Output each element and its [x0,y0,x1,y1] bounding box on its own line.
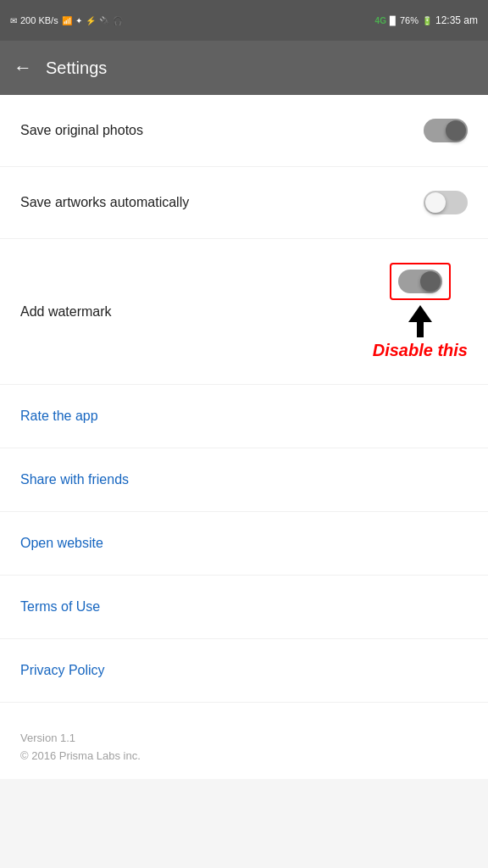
link-terms-of-use[interactable]: Terms of Use [0,576,488,639]
toggle-thumb [425,192,446,213]
setting-row-save-photos: Save original photos [0,95,488,167]
share-friends-label: Share with friends [20,472,129,487]
battery-percent: 76% [400,15,419,25]
privacy-policy-label: Privacy Policy [20,663,105,677]
page-title: Settings [46,58,107,78]
toggle-thumb [420,271,441,292]
watermark-toggle-wrapper: Disable this [373,263,468,360]
status-bar: ✉ 200 KB/s 📶 ✦ ⚡ 🔌 🎧 4G ▉ 76% 🔋 12:35 am [0,0,488,41]
footer: Version 1.1 © 2016 Prisma Labs inc. [0,703,488,779]
back-button[interactable]: ← [14,57,32,79]
status-right: 4G ▉ 76% 🔋 12:35 am [375,14,478,26]
setting-row-watermark: Add watermark Disable this [0,239,488,385]
arrow-shaft [417,322,424,337]
save-photos-toggle[interactable] [424,119,468,142]
arrow-up-icon [408,305,432,322]
watermark-label: Add watermark [20,304,112,320]
link-rate-app[interactable]: Rate the app [0,385,488,448]
headphone-icon: 🎧 [113,16,123,25]
bluetooth-icon: ✦ [75,16,82,25]
version-text: Version 1.1 [20,730,468,748]
terms-of-use-label: Terms of Use [20,599,100,614]
link-share-friends[interactable]: Share with friends [0,448,488,512]
app-bar: ← Settings [0,41,488,95]
save-artworks-toggle[interactable] [424,191,468,214]
data-speed: 200 KB/s [20,15,58,25]
message-icon: ✉ [10,16,17,25]
signal-icon: ▉ [390,16,396,25]
save-artworks-label: Save artworks automatically [20,195,189,210]
status-left: ✉ 200 KB/s 📶 ✦ ⚡ 🔌 🎧 [10,15,123,25]
copyright-text: © 2016 Prisma Labs inc. [20,748,468,765]
rate-app-label: Rate the app [20,409,98,423]
save-photos-label: Save original photos [20,123,143,138]
disable-this-label: Disable this [373,341,468,360]
settings-content: Save original photos Save artworks autom… [0,95,488,779]
battery-icon: 🔋 [422,16,432,25]
network-type: 4G [375,16,386,25]
wifi-icon: 📶 [62,16,72,25]
usb-icon: ⚡ [86,16,96,25]
watermark-toggle[interactable] [398,270,442,293]
time-display: 12:35 am [435,14,478,26]
link-open-website[interactable]: Open website [0,512,488,576]
charge-icon: 🔌 [99,16,109,25]
toggle-thumb [446,120,466,141]
annotation-arrow: Disable this [373,305,468,360]
link-privacy-policy[interactable]: Privacy Policy [0,639,488,703]
open-website-label: Open website [20,536,103,550]
setting-row-save-artworks: Save artworks automatically [0,167,488,239]
annotation-red-box [390,263,451,300]
